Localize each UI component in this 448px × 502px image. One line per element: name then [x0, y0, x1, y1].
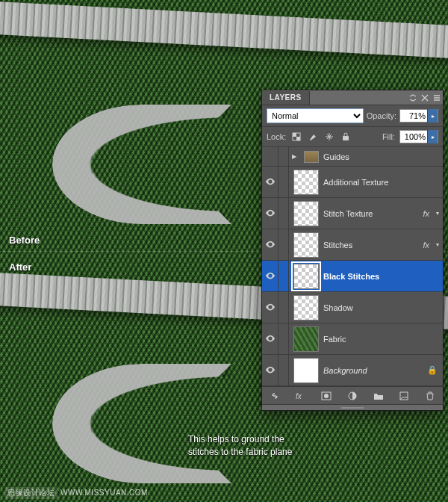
disclosure-right-icon[interactable]: ▶ — [290, 153, 298, 160]
fx-disclose-icon[interactable]: ▾ — [432, 210, 443, 217]
layer-name[interactable]: Black Stitches — [323, 272, 443, 281]
visibility-toggle[interactable] — [262, 323, 279, 354]
layer-stitches[interactable]: Stitches fx ▾ — [262, 229, 443, 261]
opacity-input[interactable] — [400, 111, 427, 120]
fx-disclose-icon[interactable]: ▾ — [432, 241, 443, 248]
lock-paint-icon[interactable] — [307, 131, 319, 143]
fill-flyout-icon[interactable]: ▸ — [427, 130, 438, 143]
layer-additional-texture[interactable]: Additional Texture — [262, 167, 443, 198]
fx-badge[interactable]: fx — [423, 241, 429, 250]
stitch-curl — [52, 105, 231, 224]
visibility-toggle[interactable] — [262, 229, 279, 260]
layer-thumbnail[interactable] — [293, 201, 319, 226]
panel-titlebar: LAYERS — [262, 90, 443, 105]
layer-name[interactable]: Background — [323, 366, 426, 375]
opacity-flyout-icon[interactable]: ▸ — [427, 109, 438, 123]
lock-all-icon[interactable] — [340, 131, 352, 143]
new-group-icon[interactable] — [371, 388, 386, 403]
panel-footer: fx — [262, 386, 443, 404]
layer-name[interactable]: Stitch Texture — [323, 209, 423, 218]
visibility-toggle[interactable] — [262, 261, 279, 291]
visibility-toggle[interactable] — [262, 355, 279, 385]
lock-label: Lock: — [267, 132, 286, 141]
layer-name[interactable]: Shadow — [323, 303, 443, 312]
panel-resize-grip[interactable] — [262, 404, 443, 410]
caption-text: This helps to ground the stitches to the… — [188, 433, 292, 459]
svg-point-6 — [324, 394, 329, 398]
layer-thumbnail[interactable] — [293, 232, 319, 258]
new-layer-icon[interactable] — [396, 388, 411, 403]
fill-field[interactable]: ▸ — [399, 130, 438, 143]
layer-shadow[interactable]: Shadow — [262, 292, 443, 323]
fx-menu-icon[interactable]: fx — [293, 388, 308, 403]
eye-icon — [265, 302, 276, 314]
fill-label: Fill: — [382, 132, 395, 141]
blend-mode-select[interactable]: Normal — [267, 108, 364, 123]
stitch-curl — [52, 364, 231, 483]
visibility-toggle[interactable] — [262, 198, 279, 229]
layer-name[interactable]: Additional Texture — [323, 178, 443, 187]
layer-mask-icon[interactable] — [319, 388, 334, 403]
blend-opacity-row: Normal Opacity: ▸ — [262, 105, 443, 127]
svg-text:fx: fx — [296, 392, 302, 400]
layer-fabric[interactable]: Fabric — [262, 323, 443, 355]
layer-name[interactable]: Stitches — [323, 241, 423, 250]
panel-menu-icon[interactable] — [431, 92, 443, 104]
lock-icon: 🔒 — [426, 365, 438, 375]
svg-rect-3 — [343, 136, 349, 140]
eye-icon — [265, 365, 276, 376]
layer-group-guides[interactable]: ▶ Guides — [262, 147, 443, 167]
visibility-toggle[interactable] — [262, 147, 279, 166]
layer-list: ▶ Guides Additional Texture Stitch Textu… — [262, 147, 443, 386]
collapse-arrows-icon[interactable] — [407, 92, 419, 104]
eye-icon — [265, 333, 276, 345]
layer-thumbnail[interactable] — [293, 170, 319, 195]
layer-thumbnail[interactable] — [293, 295, 319, 320]
eye-icon — [265, 270, 276, 282]
eye-icon — [265, 239, 276, 251]
layer-name[interactable]: Guides — [323, 152, 443, 161]
folder-icon — [304, 151, 319, 163]
after-label: After — [9, 261, 31, 273]
lock-position-icon[interactable] — [323, 131, 335, 143]
svg-rect-1 — [293, 133, 296, 137]
eye-icon — [265, 208, 276, 220]
lock-fill-row: Lock: Fill: ▸ — [262, 127, 443, 147]
opacity-label: Opacity: — [367, 111, 396, 120]
visibility-toggle[interactable] — [262, 292, 279, 323]
fill-input[interactable] — [400, 132, 427, 141]
layer-thumbnail[interactable] — [293, 326, 319, 352]
panel-tab-layers[interactable]: LAYERS — [262, 91, 310, 105]
eye-icon — [265, 176, 276, 188]
stitch-band — [0, 0, 448, 60]
link-layers-icon[interactable] — [267, 388, 282, 403]
layer-stitch-texture[interactable]: Stitch Texture fx ▾ — [262, 198, 443, 229]
layer-thumbnail[interactable] — [293, 264, 319, 289]
close-icon[interactable] — [419, 92, 431, 104]
layer-name[interactable]: Fabric — [323, 335, 443, 344]
layer-thumbnail[interactable] — [293, 358, 319, 383]
svg-rect-2 — [296, 137, 300, 140]
layers-panel: LAYERS Normal Opacity: ▸ Lock: Fill: ▸ — [261, 90, 444, 411]
visibility-toggle[interactable] — [262, 167, 279, 197]
layer-background[interactable]: Background 🔒 — [262, 355, 443, 386]
opacity-field[interactable]: ▸ — [399, 109, 438, 123]
adjustment-layer-icon[interactable] — [345, 388, 360, 403]
layer-black-stitches[interactable]: Black Stitches — [262, 261, 443, 292]
trash-icon[interactable] — [423, 388, 438, 403]
lock-transparent-icon[interactable] — [290, 131, 302, 143]
before-label: Before — [9, 235, 40, 246]
watermark: 思缘设计论坛WWW.MISSYUAN.COM — [4, 487, 148, 499]
fx-badge[interactable]: fx — [423, 209, 429, 218]
